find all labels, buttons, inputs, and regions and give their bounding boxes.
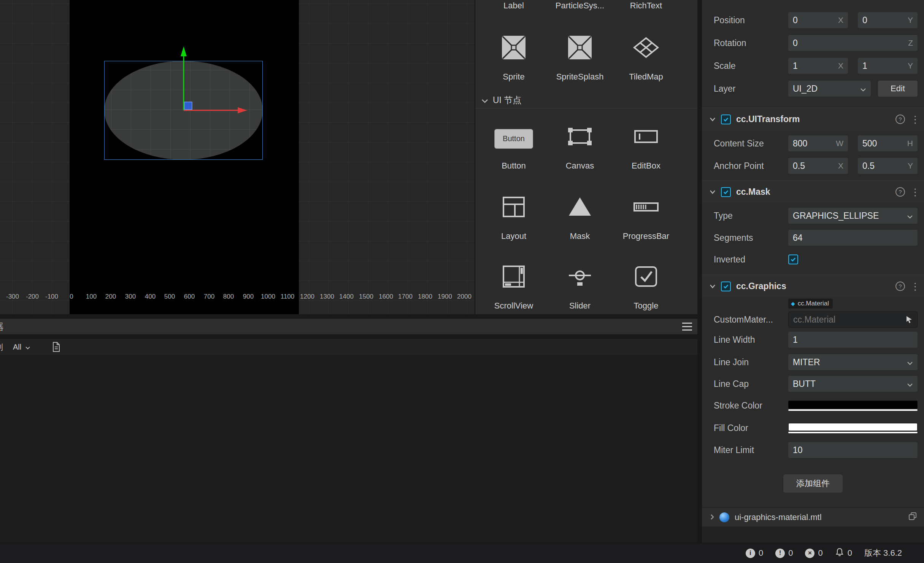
line-join-dropdown[interactable]: MITER: [788, 354, 918, 370]
material-asset-row[interactable]: ui-graphics-material.mtl: [702, 507, 924, 526]
material-file-name: ui-graphics-material.mtl: [735, 512, 822, 522]
line-width-input[interactable]: 1: [788, 332, 918, 348]
palette-item-label[interactable]: Label: [481, 1, 547, 11]
node-create-palette: Label ParticleSys... RichText Sprite Spr…: [475, 0, 697, 314]
palette-item-spritesplash[interactable]: SpriteSplash: [547, 33, 613, 82]
fill-color-swatch[interactable]: [788, 423, 918, 433]
help-icon[interactable]: ?: [895, 282, 905, 291]
line-cap-dropdown[interactable]: BUTT: [788, 376, 918, 392]
kebab-menu-icon[interactable]: ⋮: [910, 282, 916, 291]
chevron-down-icon: [710, 189, 716, 196]
rotation-z-input[interactable]: 0Z: [788, 35, 918, 51]
ruler-label: 1800: [418, 293, 432, 301]
ruler-label: 1700: [398, 293, 413, 301]
layer-dropdown[interactable]: UI_2D: [788, 81, 871, 97]
status-info-counter[interactable]: i 0: [746, 548, 763, 558]
palette-row-ui-2: Layout Mask ProgressBar: [481, 193, 693, 241]
position-x-input[interactable]: 0X: [788, 12, 848, 28]
property-row-mask-type: Type GRAPHICS_ELLIPSE: [702, 204, 924, 227]
palette-item-editbox[interactable]: EditBox: [613, 122, 679, 171]
property-row-fill-color: Fill Color: [702, 417, 924, 439]
ruler-label: 200: [105, 293, 116, 301]
mask-type-dropdown[interactable]: GRAPHICS_ELLIPSE: [788, 208, 918, 224]
copy-icon[interactable]: [908, 512, 917, 523]
status-warning-counter[interactable]: ! 0: [775, 548, 793, 558]
log-file-icon[interactable]: [52, 342, 61, 352]
layer-edit-button[interactable]: Edit: [878, 81, 918, 97]
palette-item-tiledmap[interactable]: TiledMap: [613, 33, 679, 82]
help-icon[interactable]: ?: [895, 115, 905, 124]
inverted-checkbox[interactable]: [788, 254, 798, 264]
ruler-label: 300: [125, 293, 136, 301]
log-level-dropdown[interactable]: All: [13, 343, 30, 351]
console-output-area[interactable]: [0, 355, 697, 543]
content-size-h-input[interactable]: 500H: [858, 135, 918, 151]
palette-item-layout[interactable]: Layout: [481, 193, 547, 241]
property-row-rotation: Rotation 0Z: [702, 32, 924, 54]
kebab-menu-icon[interactable]: ⋮: [910, 115, 916, 124]
palette-item-canvas[interactable]: Canvas: [547, 122, 613, 171]
component-header-mask[interactable]: cc.Mask ? ⋮: [702, 180, 924, 203]
ruler-label: -300: [6, 293, 19, 301]
palette-divider: [475, 108, 697, 108]
component-header-graphics[interactable]: cc.Graphics ? ⋮: [702, 275, 924, 297]
palette-row-cutoff: Label ParticleSys... RichText: [481, 1, 693, 11]
position-y-input[interactable]: 0Y: [858, 12, 918, 28]
scene-view[interactable]: -400 -300 -200 -100 0 100 200 300 400 50…: [0, 0, 475, 314]
graphics-enabled-checkbox[interactable]: [721, 282, 731, 291]
palette-item-richtext[interactable]: RichText: [613, 1, 679, 11]
palette-item-scrollview[interactable]: ScrollView: [481, 262, 547, 311]
panel-divider-vertical[interactable]: [697, 0, 702, 543]
chevron-down-icon: [710, 116, 716, 123]
property-row-layer: Layer UI_2D Edit: [702, 77, 924, 100]
scale-x-input[interactable]: 1X: [788, 58, 848, 74]
toggle-icon: [632, 262, 660, 291]
ruler-label: -100: [45, 293, 58, 301]
status-error-counter[interactable]: × 0: [805, 548, 822, 558]
help-icon[interactable]: ?: [895, 187, 905, 197]
anchor-x-input[interactable]: 0.5X: [788, 158, 848, 174]
property-row-stroke-color: Stroke Color: [702, 394, 924, 417]
ruler-label: 1500: [359, 293, 373, 301]
hamburger-menu-icon[interactable]: [682, 323, 692, 331]
transform-gizmo[interactable]: [0, 0, 475, 314]
asset-picker-icon[interactable]: [905, 315, 913, 324]
palette-item-sprite[interactable]: Sprite: [481, 33, 547, 82]
component-header-uitransform[interactable]: cc.UITransform ? ⋮: [702, 108, 924, 130]
chevron-down-icon: [481, 95, 488, 105]
ruler-label: 400: [145, 293, 156, 301]
layout-icon: [500, 193, 528, 221]
palette-item-slider[interactable]: Slider: [547, 262, 613, 311]
stroke-color-swatch[interactable]: [788, 401, 918, 411]
palette-section-title: UI 节点: [493, 94, 521, 106]
warning-icon: !: [775, 549, 785, 558]
property-row-anchor-point: Anchor Point 0.5X 0.5Y: [702, 154, 924, 177]
content-size-w-input[interactable]: 800W: [788, 135, 848, 151]
editbox-icon: [632, 122, 660, 151]
version-label: 版本 3.6.2: [864, 547, 902, 559]
palette-item-button[interactable]: Button Button: [481, 122, 547, 171]
chevron-down-icon: [907, 211, 913, 221]
palette-item-particlesystem[interactable]: ParticleSys...: [547, 1, 613, 11]
custom-material-slot[interactable]: cc.Material: [788, 312, 918, 328]
property-row-line-cap: Line Cap BUTT: [702, 372, 924, 395]
status-notification-counter[interactable]: 0: [835, 547, 852, 559]
anchor-y-input[interactable]: 0.5Y: [858, 158, 918, 174]
palette-item-progressbar[interactable]: ProgressBar: [613, 193, 679, 241]
error-icon: ×: [805, 549, 814, 558]
ruler-label: -200: [26, 293, 39, 301]
segments-input[interactable]: 64: [788, 230, 918, 246]
palette-item-mask[interactable]: Mask: [547, 193, 613, 241]
mask-enabled-checkbox[interactable]: [721, 187, 731, 197]
scale-y-input[interactable]: 1Y: [858, 58, 918, 74]
property-row-scale: Scale 1X 1Y: [702, 54, 924, 77]
palette-item-toggle[interactable]: Toggle: [613, 262, 679, 311]
property-row-line-width: Line Width 1: [702, 328, 924, 351]
palette-section-ui-nodes[interactable]: UI 节点: [481, 94, 521, 106]
uitransform-enabled-checkbox[interactable]: [721, 115, 731, 124]
add-component-button[interactable]: 添加组件: [783, 474, 843, 493]
ruler-label: 1000: [261, 293, 275, 301]
miter-limit-input[interactable]: 10: [788, 442, 918, 458]
button-icon: Button: [494, 122, 533, 151]
kebab-menu-icon[interactable]: ⋮: [910, 187, 916, 197]
